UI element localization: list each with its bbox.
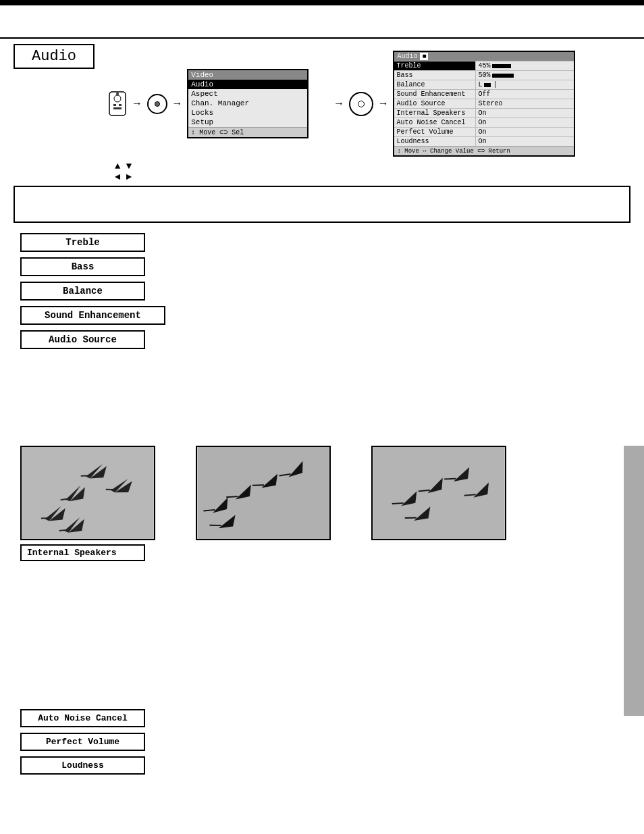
audio-title: Audio — [14, 44, 95, 69]
as-value-internal-speakers: On — [475, 109, 574, 118]
as-title-label: Audio — [397, 53, 417, 60]
menu-item-balance[interactable]: Balance — [20, 282, 145, 301]
svg-rect-2 — [113, 104, 116, 106]
svg-rect-8 — [22, 447, 153, 539]
as-row-treble: Treble 45% — [394, 61, 574, 70]
menu-item-treble[interactable]: Treble — [20, 233, 145, 252]
image-container-2 — [196, 446, 331, 540]
bottom-controls: Auto Noise Cancel Perfect Volume Loudnes… — [20, 709, 145, 775]
confirm-button-inner — [358, 101, 365, 107]
as-value-audio-source: Stereo — [475, 99, 574, 108]
as-row-balance: Balance L | — [394, 80, 574, 89]
arrow-right-1: → — [134, 98, 140, 110]
as-row-bass: Bass 50% — [394, 70, 574, 80]
control-loudness[interactable]: Loudness — [20, 756, 145, 775]
as-label-audio-source: Audio Source — [394, 99, 475, 108]
as-value-as-text: Stereo — [478, 100, 502, 107]
menu-item-audio[interactable]: Audio — [188, 80, 307, 89]
nav-leftright: ◄ ► — [115, 172, 132, 182]
select-button-inner — [155, 101, 160, 107]
arrow-right-4: → — [380, 98, 387, 110]
as-footer: ↕ Move ↔ Change Value ⊂⊃ Return — [394, 146, 574, 155]
menu-item-locks[interactable]: Locks — [188, 108, 307, 118]
as-row-loudness: Loudness On — [394, 136, 574, 146]
as-value-l-text: On — [478, 138, 486, 145]
image-container-1: Internal Speakers — [20, 446, 155, 561]
as-row-sound-enhancement: Sound Enhancement Off — [394, 89, 574, 99]
svg-rect-3 — [119, 104, 122, 106]
control-perfect-volume[interactable]: Perfect Volume — [20, 733, 145, 751]
balance-right-marker: | — [493, 81, 497, 88]
arrow-right-3: → — [336, 98, 342, 110]
as-value-perfect-volume: On — [475, 128, 574, 136]
as-value-pv-text: On — [478, 128, 486, 136]
svg-rect-5 — [119, 107, 122, 109]
diagram-area: → → Video Audio Aspect Chan. Manager Loc… — [108, 51, 575, 157]
balance-bar — [484, 83, 491, 87]
as-value-bass: 50% — [475, 71, 574, 80]
as-title-icon: ■ — [420, 53, 428, 60]
menu-title: Video — [188, 70, 307, 80]
menu-box: Video Audio Aspect Chan. Manager Locks S… — [187, 69, 308, 138]
jet-image-1 — [20, 446, 155, 540]
top-bar — [0, 0, 644, 5]
svg-rect-4 — [113, 107, 116, 109]
as-value-loudness: On — [475, 137, 574, 146]
control-auto-noise-cancel[interactable]: Auto Noise Cancel — [20, 709, 145, 727]
confirm-button — [349, 92, 373, 116]
svg-rect-6 — [116, 107, 119, 109]
as-row-perfect-volume: Perfect Volume On — [394, 127, 574, 136]
select-button — [147, 94, 167, 114]
as-label-balance: Balance — [394, 80, 475, 89]
svg-point-1 — [114, 95, 121, 102]
as-label-internal-speakers: Internal Speakers — [394, 109, 475, 118]
treble-bar — [492, 64, 511, 68]
as-footer-text: ↕ Move ↔ Change Value ⊂⊃ Return — [397, 147, 510, 155]
right-sidebar — [624, 446, 644, 716]
remote-icon — [108, 88, 127, 119]
as-title: Audio ■ — [394, 52, 574, 61]
menu-footer: ↕ Move ⊂⊃ Sel — [188, 127, 307, 137]
menu-item-setup[interactable]: Setup — [188, 118, 307, 127]
arrow-right-2: → — [174, 98, 181, 110]
menu-item-aspect[interactable]: Aspect — [188, 89, 307, 99]
menu-item-chan-manager[interactable]: Chan. Manager — [188, 99, 307, 108]
images-section: Internal Speakers — [20, 446, 506, 561]
as-label-perfect-volume: Perfect Volume — [394, 128, 475, 136]
as-row-audio-source: Audio Source Stereo — [394, 99, 574, 108]
as-value-balance: L | — [475, 80, 574, 89]
as-value-treble-text: 45% — [478, 62, 490, 70]
as-label-auto-noise: Auto Noise Cancel — [394, 118, 475, 127]
as-label-sound-enhancement: Sound Enhancement — [394, 90, 475, 99]
jet-image-2 — [196, 446, 331, 540]
svg-point-7 — [116, 93, 119, 95]
header-section: Audio → → Video Audio — [14, 44, 630, 157]
as-value-treble: 45% — [475, 61, 574, 70]
jet-image-3 — [371, 446, 506, 540]
as-value-sound-enhancement: Off — [475, 90, 574, 99]
menu-item-audio-source[interactable]: Audio Source — [20, 330, 145, 349]
menu-item-sound-enhancement[interactable]: Sound Enhancement — [20, 306, 165, 325]
as-value-balance-text: L — [478, 81, 482, 88]
as-row-internal-speakers: Internal Speakers On — [394, 108, 574, 118]
menu-item-bass[interactable]: Bass — [20, 257, 145, 276]
as-value-bass-text: 50% — [478, 72, 490, 79]
as-label-bass: Bass — [394, 71, 475, 80]
description-box — [14, 186, 630, 223]
nav-updown: ▲ ▼ — [115, 161, 132, 172]
as-value-is-text: On — [478, 109, 486, 117]
internal-speakers-label: Internal Speakers — [20, 544, 145, 561]
menu-items-list: Treble Bass Balance Sound Enhancement Au… — [20, 233, 165, 349]
as-label-treble: Treble — [394, 61, 475, 70]
audio-settings-box: Audio ■ Treble 45% Bass 50% Balance — [393, 51, 575, 157]
as-row-auto-noise: Auto Noise Cancel On — [394, 118, 574, 127]
as-value-an-text: On — [478, 119, 486, 126]
nav-arrows: ▲ ▼ ◄ ► — [115, 161, 132, 182]
bass-bar — [492, 74, 514, 78]
as-value-auto-noise: On — [475, 118, 574, 127]
as-value-se-text: Off — [478, 90, 490, 98]
image-container-3 — [371, 446, 506, 540]
as-label-loudness: Loudness — [394, 137, 475, 146]
second-bar — [0, 37, 644, 39]
